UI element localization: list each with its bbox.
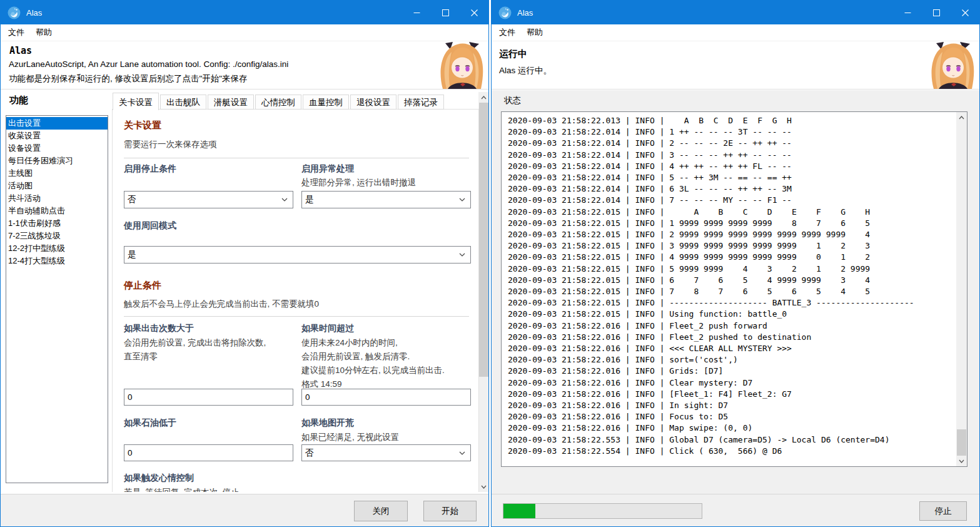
maximize-icon [442,9,449,16]
list-item-gongdou-huodong[interactable]: 共斗活动 [6,192,108,205]
close-window-button[interactable]: 关闭 [354,501,408,521]
progress-fill [503,504,535,518]
minimize-icon [904,9,911,16]
tab-xinqing-kongzhi[interactable]: 心情控制 [255,95,301,110]
if-map-label: 如果地图开荒 [301,417,471,429]
window-title: Alas [26,8,42,18]
settings-pane: 关卡设置 需要运行一次来保存选项 启用停止条件 启用异常处理 处理部分异常, 运… [112,109,479,492]
if-time-input[interactable] [301,389,471,406]
maximize-button[interactable] [922,1,951,24]
app-header: Alas AzurLaneAutoScript, An Azur Lane au… [1,41,488,90]
app-icon [8,6,21,19]
if-emotion-label: 如果触发心情控制 [124,473,194,484]
if-count-label: 如果出击次数大于 [124,323,293,334]
tab-diaoluo-jilu[interactable]: 掉落记录 [398,95,444,110]
list-item-zhuxian-tu[interactable]: 主线图 [6,167,108,180]
list-item-12-2[interactable]: 12-2打中型练级 [6,242,108,255]
tab-qianting-shezhi[interactable]: 潜艇设置 [208,95,254,110]
chevron-up-icon[interactable] [478,92,489,103]
log-scrollbar[interactable] [956,112,967,466]
list-item-huodong-tu[interactable]: 活动图 [6,180,108,192]
runner-window: Alas 文件 帮助 运行中 Alas 运行中。 [491,0,980,527]
if-count-desc: 会沿用先前设置, 完成出击将扣除次数, 直至清零 [124,336,293,364]
chevron-up-icon[interactable] [956,112,967,123]
log-text: 2020-09-03 21:58:22.013 | INFO | A B C D… [502,112,956,466]
if-time-desc: 使用未来24小时内的时间, 会沿用先前设置, 触发后清零. 建议提前10分钟左右… [301,336,471,391]
chevron-down-icon[interactable] [956,456,967,466]
settings-scrollbar[interactable] [478,92,489,492]
menubar: 文件 帮助 [1,24,488,41]
menubar: 文件 帮助 [492,24,979,41]
titlebar[interactable]: Alas [1,1,488,24]
if-count-input[interactable] [124,389,293,406]
list-item-7-2[interactable]: 7-2三战拣垃圾 [6,230,108,242]
enable-stop-select[interactable]: 否 [124,191,293,208]
section-desc-stage: 需要运行一次来保存选项 [124,138,217,151]
if-oil-input[interactable] [124,444,293,461]
enable-stop-label: 启用停止条件 [124,163,293,175]
chevron-down-icon[interactable] [478,481,489,492]
app-note: 功能都是分别保存和运行的, 修改设置后别忘了点击"开始"来保存 [9,73,248,84]
section-title-stop: 停止条件 [124,280,161,292]
enable-stop-value: 否 [128,194,136,205]
if-map-select[interactable]: 否 [301,444,471,461]
window-title: Alas [517,8,533,18]
maximize-button[interactable] [431,1,460,24]
menu-help[interactable]: 帮助 [521,24,548,41]
tab-strip: 关卡设置 出击舰队 潜艇设置 心情控制 血量控制 退役设置 掉落记录 [113,92,445,110]
enable-exception-select[interactable]: 是 [301,191,471,208]
list-item-1-1[interactable]: 1-1伏击刷好感 [6,217,108,230]
left-footer: 关闭 开始 [1,494,488,527]
settings-window: Alas 文件 帮助 Alas AzurLaneAutoScript, An A… [0,0,489,527]
run-body: 状态 2020-09-03 21:58:22.013 | INFO | A B … [492,90,979,526]
maximize-icon [933,9,940,16]
menu-file[interactable]: 文件 [1,24,30,41]
loop-mode-value: 是 [128,249,136,260]
close-icon [471,9,478,16]
tab-chuji-jiandui[interactable]: 出击舰队 [160,95,206,110]
log-panel[interactable]: 2020-09-03 21:58:22.013 | INFO | A B C D… [501,111,967,467]
tab-guanka-shezhi[interactable]: 关卡设置 [113,93,159,110]
list-item-chuji-shezhi[interactable]: 出击设置 [6,117,108,130]
close-button[interactable] [951,1,979,24]
chevron-down-icon [281,198,288,202]
section-desc-stop: 触发后不会马上停止会先完成当前出击, 不需要就填0 [124,297,319,311]
menu-help[interactable]: 帮助 [30,24,58,41]
run-header: 运行中 Alas 运行中。 [492,41,979,90]
minimize-button[interactable] [893,1,922,24]
enable-exception-desc: 处理部分异常, 运行出错时撤退 [301,176,471,190]
close-button[interactable] [460,1,488,24]
menu-file[interactable]: 文件 [492,24,521,41]
app-name: Alas [9,45,32,56]
if-time-label: 如果时间超过 [301,323,471,334]
list-item-12-4[interactable]: 12-4打大型练级 [6,255,108,267]
loop-mode-select[interactable]: 是 [124,246,471,264]
window-controls [402,1,488,24]
tab-tuiyi-shezhi[interactable]: 退役设置 [350,95,397,110]
window-controls [893,1,979,24]
list-item-meiri-renwu[interactable]: 每日任务困难演习 [6,155,108,167]
scrollbar-thumb[interactable] [957,429,966,456]
list-item-shoucai-shezhi[interactable]: 收菜设置 [6,130,108,142]
list-item-shebei-shezhi[interactable]: 设备设置 [6,142,108,155]
minimize-icon [413,9,420,16]
app-icon [498,6,512,19]
chevron-down-icon [459,451,465,455]
if-map-value: 否 [305,448,314,459]
titlebar[interactable]: Alas [492,1,979,24]
stop-button[interactable]: 停止 [919,501,967,521]
list-item-banzidong[interactable]: 半自动辅助点击 [6,205,108,217]
tab-xueliang-kongzhi[interactable]: 血量控制 [303,95,349,110]
right-footer: 停止 [492,494,979,527]
close-icon [962,9,969,16]
minimize-button[interactable] [402,1,431,24]
chevron-down-icon [459,253,465,257]
run-status-text: Alas 运行中。 [499,65,552,76]
divider [124,158,469,158]
chevron-down-icon [459,198,465,202]
run-status-title: 运行中 [499,48,527,60]
start-button[interactable]: 开始 [423,501,477,521]
scrollbar-thumb[interactable] [479,103,488,377]
enable-exception-label: 启用异常处理 [301,163,471,175]
enable-exception-value: 是 [305,194,314,205]
